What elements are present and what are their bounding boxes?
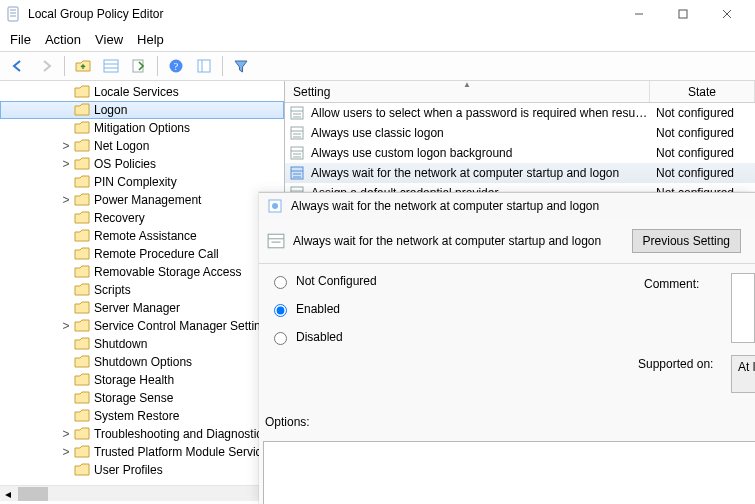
radio-enabled[interactable]: Enabled <box>269 301 377 317</box>
radio-not-configured[interactable]: Not Configured <box>269 273 377 289</box>
folder-icon <box>74 427 90 441</box>
folder-icon <box>74 283 90 297</box>
radio-input[interactable] <box>274 332 287 345</box>
tree-item[interactable]: Remote Assistance <box>0 227 284 245</box>
folder-icon <box>74 265 90 279</box>
policy-item-icon <box>289 165 305 181</box>
tree-item[interactable]: Logon <box>0 101 284 119</box>
main-window-titlebar: Local Group Policy Editor <box>0 0 755 28</box>
tree-item[interactable]: Storage Sense <box>0 389 284 407</box>
tree-item[interactable]: >Net Logon <box>0 137 284 155</box>
tree-item[interactable]: Server Manager <box>0 299 284 317</box>
policy-dialog-icon <box>267 198 283 214</box>
column-header-setting[interactable]: ▲ Setting <box>285 81 650 102</box>
expand-icon[interactable]: > <box>60 319 72 333</box>
svg-rect-5 <box>679 10 687 18</box>
tree-item[interactable]: >Trusted Platform Module Services <box>0 443 284 461</box>
column-header-state[interactable]: State <box>650 81 755 102</box>
list-icon[interactable] <box>99 54 123 78</box>
tree-item-label: Locale Services <box>94 85 179 99</box>
tree-item[interactable]: Recovery <box>0 209 284 227</box>
folder-icon <box>74 121 90 135</box>
comment-textarea[interactable] <box>731 273 755 343</box>
tree-item[interactable]: >OS Policies <box>0 155 284 173</box>
svg-rect-14 <box>198 60 210 72</box>
toolbar: ? <box>0 51 755 81</box>
folder-icon <box>74 337 90 351</box>
toolbar-separator <box>222 56 223 76</box>
list-row-state: Not configured <box>652 126 755 140</box>
radio-input[interactable] <box>274 276 287 289</box>
maximize-button[interactable] <box>661 1 705 27</box>
back-arrow-icon[interactable] <box>6 54 30 78</box>
list-row-label: Always use classic logon <box>311 126 652 140</box>
policy-item-icon <box>289 145 305 161</box>
tree-item-label: Scripts <box>94 283 131 297</box>
tree-item[interactable]: >Service Control Manager Settings <box>0 317 284 335</box>
tree-item[interactable]: Shutdown Options <box>0 353 284 371</box>
close-button[interactable] <box>705 1 749 27</box>
comment-label: Comment: <box>644 277 699 291</box>
policy-state-radios: Not Configured Enabled Disabled <box>269 273 377 345</box>
svg-text:?: ? <box>174 61 179 72</box>
policy-dialog: Always wait for the network at computer … <box>259 192 755 504</box>
expand-icon[interactable]: > <box>60 445 72 459</box>
expand-icon[interactable]: > <box>60 157 72 171</box>
toolbar-separator <box>64 56 65 76</box>
tree[interactable]: Locale ServicesLogonMitigation Options>N… <box>0 81 284 485</box>
tree-item[interactable]: PIN Complexity <box>0 173 284 191</box>
list-row[interactable]: Allow users to select when a password is… <box>285 103 755 123</box>
supported-on-text: At least Windows Server 2003 operating s… <box>731 355 755 393</box>
tree-item[interactable]: Locale Services <box>0 83 284 101</box>
expand-icon[interactable]: > <box>60 427 72 441</box>
tree-item-label: Storage Sense <box>94 391 173 405</box>
tree-item[interactable]: Shutdown <box>0 335 284 353</box>
scroll-left-icon[interactable]: ◂ <box>0 486 16 502</box>
expand-icon[interactable]: > <box>60 139 72 153</box>
forward-arrow-icon[interactable] <box>34 54 58 78</box>
properties-icon[interactable] <box>192 54 216 78</box>
folder-icon <box>74 247 90 261</box>
tree-item[interactable]: Mitigation Options <box>0 119 284 137</box>
list-row[interactable]: Always wait for the network at computer … <box>285 163 755 183</box>
help-icon[interactable]: ? <box>164 54 188 78</box>
folder-icon <box>74 157 90 171</box>
dialog-titlebar: Always wait for the network at computer … <box>259 193 755 219</box>
settings-list[interactable]: Allow users to select when a password is… <box>285 103 755 203</box>
previous-setting-button[interactable]: Previous Setting <box>632 229 741 253</box>
list-row[interactable]: Always use custom logon backgroundNot co… <box>285 143 755 163</box>
folder-icon <box>74 85 90 99</box>
menu-action[interactable]: Action <box>45 32 81 47</box>
minimize-button[interactable] <box>617 1 661 27</box>
export-icon[interactable] <box>127 54 151 78</box>
tree-item-label: Removable Storage Access <box>94 265 241 279</box>
folder-icon <box>74 193 90 207</box>
menu-view[interactable]: View <box>95 32 123 47</box>
radio-input[interactable] <box>274 304 287 317</box>
tree-item[interactable]: Removable Storage Access <box>0 263 284 281</box>
list-row-label: Allow users to select when a password is… <box>311 106 652 120</box>
options-panel <box>263 441 755 504</box>
list-row-state: Not configured <box>652 146 755 160</box>
tree-item-label: Recovery <box>94 211 145 225</box>
tree-item[interactable]: Storage Health <box>0 371 284 389</box>
horizontal-scrollbar[interactable]: ◂ ▸ <box>0 485 284 501</box>
supported-on-value: At least Windows Server 2003 operating s… <box>738 360 755 374</box>
folder-icon <box>74 211 90 225</box>
policy-item-icon <box>267 232 285 250</box>
tree-item[interactable]: User Profiles <box>0 461 284 479</box>
menu-file[interactable]: File <box>10 32 31 47</box>
expand-icon[interactable]: > <box>60 193 72 207</box>
tree-item[interactable]: >Power Management <box>0 191 284 209</box>
folder-icon <box>74 373 90 387</box>
tree-item[interactable]: Scripts <box>0 281 284 299</box>
up-folder-icon[interactable] <box>71 54 95 78</box>
menu-help[interactable]: Help <box>137 32 164 47</box>
tree-item[interactable]: >Troubleshooting and Diagnostics <box>0 425 284 443</box>
radio-disabled[interactable]: Disabled <box>269 329 377 345</box>
list-row[interactable]: Always use classic logonNot configured <box>285 123 755 143</box>
tree-item[interactable]: Remote Procedure Call <box>0 245 284 263</box>
tree-item[interactable]: System Restore <box>0 407 284 425</box>
scroll-thumb[interactable] <box>18 487 48 501</box>
filter-icon[interactable] <box>229 54 253 78</box>
